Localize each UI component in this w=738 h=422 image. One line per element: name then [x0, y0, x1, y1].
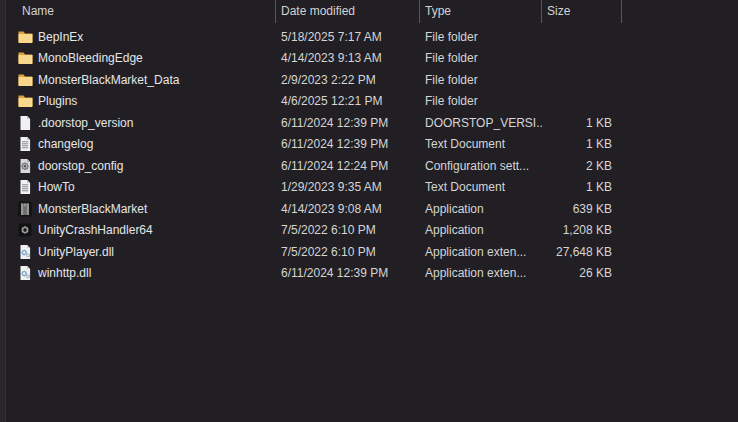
file-name-cell: MonsterBlackMarket [0, 201, 276, 217]
file-type-cell: Application [420, 223, 542, 237]
file-name-label: MonsterBlackMarket_Data [38, 73, 179, 87]
file-type-cell: File folder [420, 73, 542, 87]
file-name-label: UnityCrashHandler64 [38, 223, 153, 237]
file-row[interactable]: UnityCrashHandler647/5/2022 6:10 PMAppli… [0, 220, 738, 242]
file-type-cell: File folder [420, 51, 542, 65]
file-size-cell: 27,648 KB [542, 245, 622, 259]
file-date-cell: 4/6/2025 12:21 PM [276, 94, 420, 108]
column-header-date-modified[interactable]: Date modified [276, 0, 420, 23]
file-date-cell: 4/14/2023 9:08 AM [276, 202, 420, 216]
file-name-cell: Plugins [0, 93, 276, 109]
file-name-cell: changelog [0, 136, 276, 152]
file-type-cell: File folder [420, 94, 542, 108]
text-document-icon [17, 179, 33, 195]
app-monster-black-market-icon [17, 201, 33, 217]
config-settings-icon [17, 158, 33, 174]
file-row[interactable]: BepInEx5/18/2025 7:17 AMFile folder [0, 26, 738, 48]
file-name-cell: UnityCrashHandler64 [0, 222, 276, 238]
file-type-cell: File folder [420, 30, 542, 44]
file-row[interactable]: MonsterBlackMarket4/14/2023 9:08 AMAppli… [0, 198, 738, 220]
file-row[interactable]: winhttp.dll6/11/2024 12:39 PMApplication… [0, 263, 738, 285]
file-name-label: .doorstop_version [38, 116, 133, 130]
file-size-cell: 1 KB [542, 116, 622, 130]
file-name-cell: MonsterBlackMarket_Data [0, 72, 276, 88]
file-size-cell: 639 KB [542, 202, 622, 216]
file-size-cell: 1,208 KB [542, 223, 622, 237]
file-name-cell: HowTo [0, 179, 276, 195]
file-name-label: winhttp.dll [38, 266, 91, 280]
file-row[interactable]: MonsterBlackMarket_Data2/9/2023 2:22 PMF… [0, 69, 738, 91]
file-list[interactable]: BepInEx5/18/2025 7:17 AMFile folderMonoB… [0, 26, 738, 422]
file-row[interactable]: .doorstop_version6/11/2024 12:39 PMDOORS… [0, 112, 738, 134]
blank-document-icon [17, 115, 33, 131]
file-row[interactable]: doorstop_config6/11/2024 12:24 PMConfigu… [0, 155, 738, 177]
file-size-cell: 1 KB [542, 137, 622, 151]
file-type-cell: DOORSTOP_VERSI... [420, 116, 542, 130]
file-row[interactable]: MonoBleedingEdge4/14/2023 9:13 AMFile fo… [0, 48, 738, 70]
column-header-row: Name Date modified Type Size [0, 0, 738, 23]
file-date-cell: 1/29/2023 9:35 AM [276, 180, 420, 194]
file-row[interactable]: HowTo1/29/2023 9:35 AMText Document1 KB [0, 177, 738, 199]
file-row[interactable]: UnityPlayer.dll7/5/2022 6:10 PMApplicati… [0, 241, 738, 263]
file-name-label: UnityPlayer.dll [38, 245, 114, 259]
file-date-cell: 6/11/2024 12:39 PM [276, 137, 420, 151]
dll-icon [17, 265, 33, 281]
file-date-cell: 6/11/2024 12:39 PM [276, 266, 420, 280]
file-name-label: Plugins [38, 94, 77, 108]
file-name-label: doorstop_config [38, 159, 123, 173]
file-name-cell: BepInEx [0, 29, 276, 45]
folder-icon [17, 72, 33, 88]
file-size-cell: 1 KB [542, 180, 622, 194]
file-type-cell: Text Document [420, 180, 542, 194]
file-date-cell: 7/5/2022 6:10 PM [276, 245, 420, 259]
file-name-cell: .doorstop_version [0, 115, 276, 131]
file-type-cell: Application exten... [420, 245, 542, 259]
dll-icon [17, 244, 33, 260]
folder-icon [17, 50, 33, 66]
chevron-up-icon [133, 0, 145, 5]
file-name-cell: doorstop_config [0, 158, 276, 174]
file-date-cell: 6/11/2024 12:24 PM [276, 159, 420, 173]
file-type-cell: Configuration sett... [420, 159, 542, 173]
file-date-cell: 7/5/2022 6:10 PM [276, 223, 420, 237]
file-name-cell: MonoBleedingEdge [0, 50, 276, 66]
column-header-type[interactable]: Type [420, 0, 542, 23]
file-row[interactable]: Plugins4/6/2025 12:21 PMFile folder [0, 91, 738, 113]
file-name-label: MonoBleedingEdge [38, 51, 143, 65]
file-date-cell: 5/18/2025 7:17 AM [276, 30, 420, 44]
file-name-cell: winhttp.dll [0, 265, 276, 281]
column-header-size[interactable]: Size [542, 0, 622, 23]
file-size-cell: 2 KB [542, 159, 622, 173]
file-type-cell: Application [420, 202, 542, 216]
folder-icon [17, 29, 33, 45]
file-type-cell: Application exten... [420, 266, 542, 280]
file-name-label: changelog [38, 137, 93, 151]
file-row[interactable]: changelog6/11/2024 12:39 PMText Document… [0, 134, 738, 156]
unity-app-icon [17, 222, 33, 238]
file-size-cell: 26 KB [542, 266, 622, 280]
file-date-cell: 2/9/2023 2:22 PM [276, 73, 420, 87]
file-name-label: HowTo [38, 180, 75, 194]
file-name-cell: UnityPlayer.dll [0, 244, 276, 260]
file-date-cell: 6/11/2024 12:39 PM [276, 116, 420, 130]
file-explorer-window: Name Date modified Type Size BepInEx5/18… [0, 0, 738, 422]
file-name-label: BepInEx [38, 30, 83, 44]
file-type-cell: Text Document [420, 137, 542, 151]
file-date-cell: 4/14/2023 9:13 AM [276, 51, 420, 65]
text-document-icon [17, 136, 33, 152]
folder-icon [17, 93, 33, 109]
file-name-label: MonsterBlackMarket [38, 202, 147, 216]
